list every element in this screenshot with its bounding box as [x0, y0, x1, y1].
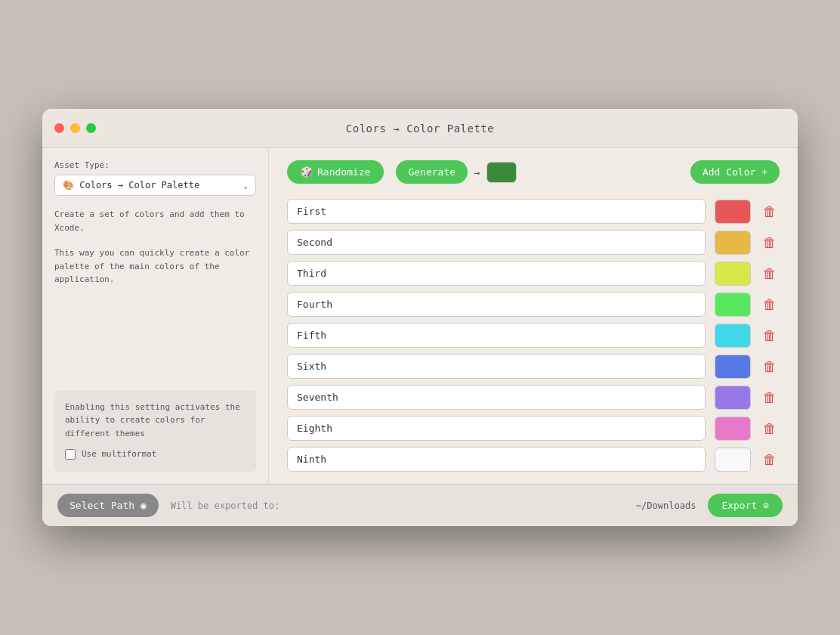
chevron-down-icon: ⌄ [243, 181, 248, 190]
window-title: Colors → Color Palette [346, 122, 494, 135]
color-row: 🗑 [287, 447, 780, 472]
select-path-button[interactable]: Select Path ◉ [57, 494, 159, 517]
color-row: 🗑 [287, 416, 780, 441]
color-row: 🗑 [287, 385, 780, 410]
maximize-button[interactable] [86, 123, 96, 133]
delete-color-button[interactable]: 🗑 [760, 326, 780, 345]
delete-color-button[interactable]: 🗑 [760, 450, 780, 469]
generate-button[interactable]: Generate [396, 160, 468, 184]
color-name-input[interactable] [287, 199, 706, 224]
right-panel: 🎲 Randomize Generate → Add Color + 🗑🗑🗑🗑🗑… [269, 148, 798, 484]
close-button[interactable] [54, 123, 64, 133]
generate-color-swatch[interactable] [486, 162, 517, 183]
multiformat-text: Enabling this setting activates the abil… [65, 401, 246, 441]
color-name-input[interactable] [287, 230, 706, 255]
arrow-icon: → [474, 166, 480, 178]
asset-type-value: 🎨 Colors → Color Palette [63, 180, 199, 190]
color-row: 🗑 [287, 261, 780, 286]
color-swatch[interactable] [715, 324, 751, 348]
footer: Select Path ◉ Will be exported to: ~/Dow… [42, 484, 798, 526]
color-swatch[interactable] [715, 293, 751, 317]
color-name-input[interactable] [287, 292, 706, 317]
color-name-input[interactable] [287, 261, 706, 286]
color-name-input[interactable] [287, 416, 706, 441]
asset-type-select[interactable]: 🎨 Colors → Color Palette ⌄ [54, 175, 256, 196]
color-name-input[interactable] [287, 447, 706, 472]
delete-color-button[interactable]: 🗑 [760, 357, 780, 376]
export-path-label: Will be exported to: [171, 500, 624, 511]
randomize-icon: 🎲 [301, 166, 313, 178]
description-1: Create a set of colors and add them to X… [54, 208, 256, 234]
delete-color-button[interactable]: 🗑 [760, 295, 780, 314]
asset-type-section: Asset Type: 🎨 Colors → Color Palette ⌄ [54, 160, 256, 196]
color-row: 🗑 [287, 354, 780, 379]
add-color-button[interactable]: Add Color + [690, 160, 780, 184]
toolbar: 🎲 Randomize Generate → Add Color + [287, 160, 780, 184]
delete-color-button[interactable]: 🗑 [760, 419, 780, 438]
delete-color-button[interactable]: 🗑 [760, 202, 780, 221]
delete-color-button[interactable]: 🗑 [760, 264, 780, 283]
color-name-input[interactable] [287, 385, 706, 410]
color-swatch[interactable] [715, 448, 751, 472]
description-2: This way you can quickly create a color … [54, 246, 256, 287]
traffic-lights [54, 123, 96, 133]
generate-group: Generate → [396, 160, 516, 184]
multiformat-checkbox[interactable] [65, 449, 76, 460]
multiformat-label[interactable]: Use multiformat [82, 448, 156, 461]
main-window: Colors → Color Palette Asset Type: 🎨 Col… [42, 109, 798, 526]
color-swatch[interactable] [715, 200, 751, 224]
color-row: 🗑 [287, 199, 780, 224]
export-path-value: ~/Downloads [636, 500, 696, 511]
color-row: 🗑 [287, 323, 780, 348]
color-swatch[interactable] [715, 386, 751, 410]
color-swatch[interactable] [715, 262, 751, 286]
title-bar: Colors → Color Palette [42, 109, 798, 148]
export-button[interactable]: Export ⊙ [708, 494, 783, 517]
multiformat-box: Enabling this setting activates the abil… [54, 390, 256, 472]
minimize-button[interactable] [70, 123, 80, 133]
color-rows: 🗑🗑🗑🗑🗑🗑🗑🗑🗑 [287, 199, 780, 472]
randomize-button[interactable]: 🎲 Randomize [287, 160, 384, 184]
sidebar: Asset Type: 🎨 Colors → Color Palette ⌄ C… [42, 148, 269, 484]
color-swatch[interactable] [715, 355, 751, 379]
delete-color-button[interactable]: 🗑 [760, 388, 780, 407]
color-name-input[interactable] [287, 354, 706, 379]
delete-color-button[interactable]: 🗑 [760, 233, 780, 252]
color-row: 🗑 [287, 292, 780, 317]
color-name-input[interactable] [287, 323, 706, 348]
color-row: 🗑 [287, 230, 780, 255]
asset-type-label: Asset Type: [54, 160, 256, 170]
main-content: Asset Type: 🎨 Colors → Color Palette ⌄ C… [42, 148, 798, 484]
multiformat-checkbox-row: Use multiformat [65, 448, 246, 461]
color-swatch[interactable] [715, 231, 751, 255]
color-swatch[interactable] [715, 417, 751, 441]
